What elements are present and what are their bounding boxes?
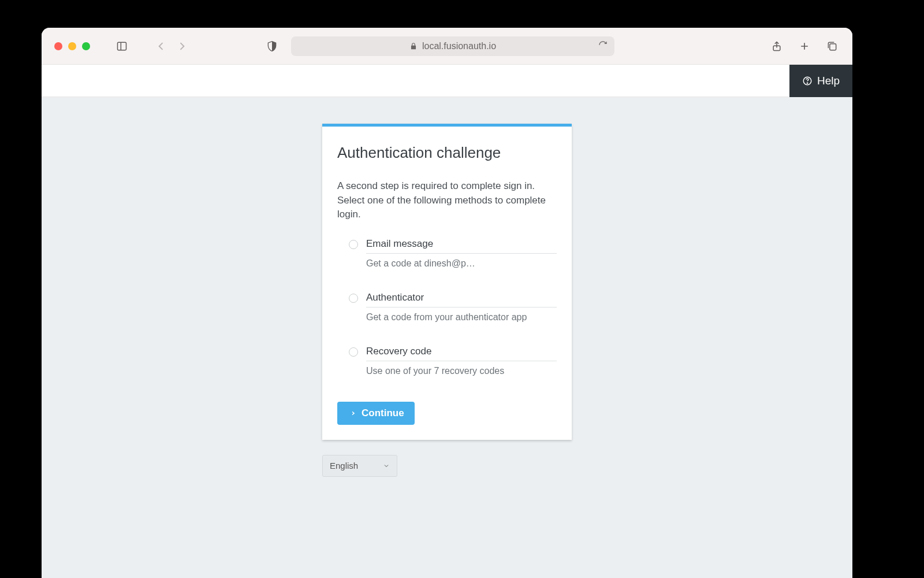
- maximize-window-button[interactable]: [82, 42, 90, 50]
- language-selector[interactable]: English: [322, 455, 397, 477]
- reload-button[interactable]: [598, 40, 608, 52]
- sidebar-toggle-icon[interactable]: [114, 39, 129, 54]
- browser-chrome: local.fusionauth.io: [42, 28, 852, 65]
- option-authenticator-title: Authenticator: [366, 292, 557, 307]
- tabs-overview-icon[interactable]: [825, 39, 840, 54]
- close-window-button[interactable]: [54, 42, 62, 50]
- option-authenticator-desc: Get a code from your authenticator app: [366, 312, 557, 323]
- language-selector-wrap: English: [322, 455, 572, 477]
- chrome-right-icons: [769, 39, 840, 54]
- address-bar[interactable]: local.fusionauth.io: [291, 36, 614, 56]
- chevron-down-icon: [383, 462, 390, 469]
- option-email[interactable]: Email message Get a code at dinesh@p…: [337, 238, 557, 269]
- option-authenticator[interactable]: Authenticator Get a code from your authe…: [337, 292, 557, 323]
- radio-recovery[interactable]: [349, 347, 358, 357]
- url-text: local.fusionauth.io: [422, 41, 496, 51]
- svg-point-7: [807, 83, 807, 83]
- language-selected: English: [330, 461, 358, 470]
- new-tab-icon[interactable]: [797, 39, 812, 54]
- option-recovery-title: Recovery code: [366, 346, 557, 361]
- radio-email[interactable]: [349, 240, 358, 249]
- back-button[interactable]: [154, 39, 169, 54]
- svg-rect-5: [830, 43, 836, 50]
- svg-rect-0: [118, 42, 126, 50]
- share-icon[interactable]: [769, 39, 784, 54]
- help-icon: [802, 76, 813, 86]
- forward-button[interactable]: [174, 39, 189, 54]
- card-description: A second step is required to complete si…: [337, 179, 557, 222]
- option-email-title: Email message: [366, 238, 557, 254]
- continue-label: Continue: [362, 407, 404, 419]
- card-title: Authentication challenge: [337, 144, 557, 162]
- privacy-shield-icon[interactable]: [264, 39, 280, 54]
- minimize-window-button[interactable]: [68, 42, 76, 50]
- radio-authenticator[interactable]: [349, 294, 358, 303]
- option-email-desc: Get a code at dinesh@p…: [366, 258, 557, 269]
- window-controls: [54, 42, 90, 50]
- option-recovery[interactable]: Recovery code Use one of your 7 recovery…: [337, 346, 557, 376]
- help-button[interactable]: Help: [789, 65, 852, 97]
- option-recovery-desc: Use one of your 7 recovery codes: [366, 366, 557, 376]
- continue-button[interactable]: Continue: [337, 402, 415, 425]
- browser-window: local.fusionauth.io Help Authentic: [42, 28, 852, 578]
- auth-challenge-card: Authentication challenge A second step i…: [322, 124, 572, 440]
- lock-icon: [409, 42, 418, 50]
- app-topbar: Help: [42, 65, 852, 97]
- help-label: Help: [817, 75, 840, 87]
- page-content: Authentication challenge A second step i…: [42, 97, 852, 578]
- arrow-right-icon: [348, 409, 356, 417]
